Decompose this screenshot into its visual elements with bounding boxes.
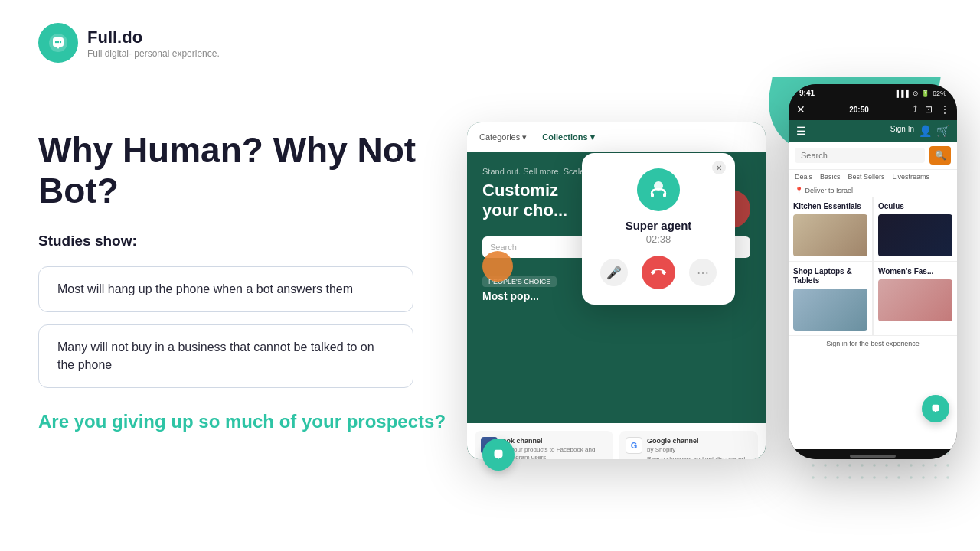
fashion-img-inner <box>878 279 952 321</box>
battery-percent: 62% <box>933 90 946 97</box>
google-channel-name: Google channel <box>647 437 752 445</box>
phone-home-bar <box>789 449 957 459</box>
phone-search-input[interactable] <box>795 148 925 163</box>
left-content: Why Human? Why Not Bot? Studies show: Mo… <box>38 130 482 432</box>
svg-point-3 <box>60 41 61 43</box>
phone-mockup: 9:41 ▌▌▌ ⊙ 🔋 62% ✕ 20:50 ⤴ ⊡ ⋮ ☰ Sign In… <box>789 84 957 459</box>
phone-share-icon[interactable]: ⤴ <box>913 104 917 115</box>
svg-point-2 <box>57 41 59 43</box>
phone-oculus-image <box>878 214 952 256</box>
phone-hamburger-icon[interactable]: ☰ <box>796 125 806 137</box>
tablet-chat-bubble[interactable] <box>482 439 514 471</box>
phone-fashion-image <box>878 279 952 321</box>
end-call-button[interactable] <box>642 256 675 289</box>
call-popup-close[interactable]: ✕ <box>712 161 726 174</box>
cta-text: Are you giving up so much of your prospe… <box>38 411 482 432</box>
more-options-button[interactable]: ⋯ <box>689 259 717 286</box>
phone-nav-signin-area: Sign In 👤 🛒 <box>890 125 949 137</box>
phone-deliver-bar: 📍 Deliver to Israel <box>789 184 957 197</box>
phone-menu-icon[interactable]: ⋮ <box>940 104 949 115</box>
phone-sign-in-text: Sign in for the best experience <box>826 340 920 347</box>
call-agent-icon <box>637 168 680 211</box>
phone-status-bar: 9:41 ▌▌▌ ⊙ 🔋 62% <box>789 84 957 100</box>
laptops-img-inner <box>793 289 867 331</box>
mute-button[interactable]: 🎤 <box>600 259 628 286</box>
svg-rect-5 <box>651 193 654 197</box>
phone-tab-basics[interactable]: Basics <box>820 173 841 181</box>
phone-person-icon[interactable]: 👤 <box>919 125 932 137</box>
call-timer: 02:38 <box>594 233 723 245</box>
right-content: Categories ▾ Collections ▾ Stand out. Se… <box>459 77 980 520</box>
tablet-chat-icon <box>490 446 507 463</box>
phone-tab-bestsellers[interactable]: Best Sellers <box>848 173 885 181</box>
call-controls: 🎤 ⋯ <box>594 256 723 289</box>
facebook-channel-texts: ook channel ng your products to Facebook… <box>502 437 607 459</box>
tablet-search-placeholder: Search <box>490 243 517 252</box>
phone-close-icon[interactable]: ✕ <box>796 103 805 116</box>
tablet-nav-collections: Collections ▾ <box>542 132 594 142</box>
phone-tab-deals[interactable]: Deals <box>795 173 812 181</box>
phone-top-icons: ⤴ ⊡ ⋮ <box>913 104 949 115</box>
phone-laptops-title: Shop Laptops & Tablets <box>793 267 867 285</box>
kitchen-img-inner <box>793 214 867 256</box>
phone-nav: ☰ Sign In 👤 🛒 <box>789 120 957 142</box>
phone-sign-in-bar: Sign in for the best experience <box>789 335 957 351</box>
stat-card-2: Many will not buy in a business that can… <box>38 324 413 388</box>
facebook-channel-name: ook channel <box>502 437 607 445</box>
google-channel-icon: G <box>626 437 642 454</box>
phone-topbar2: ✕ 20:50 ⤴ ⊡ ⋮ <box>789 100 957 120</box>
phone-end-icon <box>651 265 666 280</box>
call-agent-label: Super agent <box>594 219 723 232</box>
logo-text: Full.do Full digital- personal experienc… <box>87 28 220 59</box>
studies-label: Studies show: <box>38 233 482 249</box>
phone-chat-icon <box>929 402 942 416</box>
phone-kitchen-title: Kitchen Essentials <box>793 202 867 211</box>
facebook-channel-desc: ng your products to Facebook and Instagr… <box>502 446 607 459</box>
logo-tagline: Full digital- personal experience. <box>87 48 220 59</box>
google-channel-texts: Google channel by Shopify Reach shoppers… <box>647 437 752 459</box>
phone-chat-bubble[interactable] <box>922 395 949 422</box>
phone-oculus-title: Oculus <box>878 202 952 211</box>
phone-kitchen-image <box>793 214 867 256</box>
svg-rect-6 <box>663 193 666 197</box>
google-channel-desc: Reach shoppers and get discovered across… <box>647 455 752 459</box>
logo-name: Full.do <box>87 28 220 47</box>
oculus-img-inner <box>878 214 952 256</box>
svg-point-1 <box>55 41 57 43</box>
phone-fashion-title: Women's Fas... <box>878 267 952 276</box>
phone-time: 9:41 <box>799 89 815 97</box>
phone-bookmark-icon[interactable]: ⊡ <box>925 104 933 115</box>
phone-search-button[interactable]: 🔍 <box>929 146 951 165</box>
phone-grid-item-oculus[interactable]: Oculus <box>874 197 957 261</box>
phone-product-grid: Kitchen Essentials Oculus Shop Laptops &… <box>789 197 957 335</box>
header: Full.do Full digital- personal experienc… <box>38 23 220 63</box>
headset-icon <box>647 178 670 201</box>
stat-card-1: Most will hang up the phone when a bot a… <box>38 266 413 312</box>
phone-status-icons: ▌▌▌ ⊙ 🔋 62% <box>897 90 946 97</box>
stat-text-1: Most will hang up the phone when a bot a… <box>57 282 353 295</box>
phone-home-indicator <box>850 455 896 458</box>
tablet-channel-card-google: G Google channel by Shopify Reach shoppe… <box>619 431 758 459</box>
phone-tabs: Deals Basics Best Sellers Livestreams <box>789 170 957 184</box>
tablet-orange-decoration <box>482 251 513 282</box>
phone-grid-item-kitchen[interactable]: Kitchen Essentials <box>789 197 872 261</box>
phone-grid-item-fashion[interactable]: Women's Fas... <box>874 262 957 335</box>
phone-search-bar: 🔍 <box>789 142 957 170</box>
phone-grid-item-laptops[interactable]: Shop Laptops & Tablets <box>789 262 872 335</box>
phone-time2: 20:50 <box>849 106 869 114</box>
google-channel-sub: by Shopify <box>647 446 752 454</box>
phone-signin-text: Sign In <box>890 125 914 137</box>
main-heading: Why Human? Why Not Bot? <box>38 130 482 211</box>
stat-text-2: Many will not buy in a business that can… <box>57 341 374 370</box>
phone-laptops-image <box>793 289 867 331</box>
call-popup: ✕ Super agent 02:38 🎤 ⋯ <box>582 153 735 305</box>
phone-tab-livestreams[interactable]: Livestreams <box>893 173 930 181</box>
chat-icon <box>47 32 69 54</box>
phone-cart-icon[interactable]: 🛒 <box>936 125 949 137</box>
tablet-topbar: Categories ▾ Collections ▾ <box>467 122 766 152</box>
phone-deliver-text: Deliver to Israel <box>805 187 854 194</box>
tablet-nav-categories: Categories ▾ <box>479 132 527 142</box>
logo-icon <box>38 23 78 63</box>
